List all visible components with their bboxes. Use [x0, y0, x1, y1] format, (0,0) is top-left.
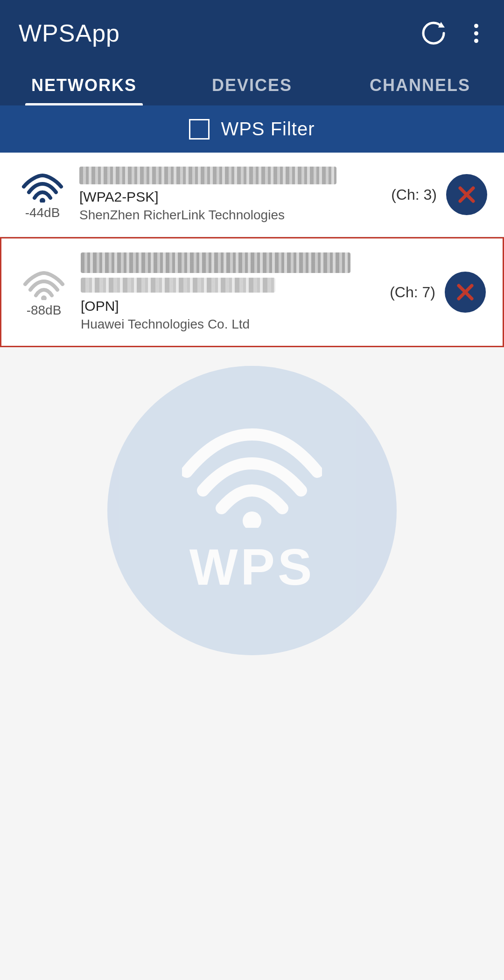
wps-watermark: WPS	[0, 347, 504, 674]
more-icon	[474, 24, 478, 43]
wps-filter-checkbox[interactable]	[189, 119, 210, 140]
bottom-area	[0, 674, 504, 954]
close-button-1[interactable]	[446, 174, 487, 215]
wps-filter-label: WPS Filter	[221, 119, 315, 140]
wps-watermark-circle: WPS	[107, 366, 397, 655]
wifi-signal-icon-weak	[23, 266, 65, 300]
close-button-2[interactable]	[445, 272, 486, 313]
network-info-1: [WPA2-PSK] ShenZhen RicherLink Technolog…	[68, 167, 391, 223]
app-header: WPSApp	[0, 0, 504, 63]
network-vendor-1: ShenZhen RicherLink Technologies	[79, 208, 382, 223]
wps-watermark-wifi-icon	[182, 425, 322, 528]
tab-channels[interactable]: CHANNELS	[336, 63, 504, 105]
network-ssid-blurred-2b	[81, 278, 275, 293]
refresh-button[interactable]	[417, 17, 450, 49]
signal-db-2: -88dB	[27, 303, 62, 318]
svg-point-1	[40, 198, 45, 203]
network-channel-1: (Ch: 3)	[391, 186, 437, 203]
tab-devices[interactable]: DEVICES	[168, 63, 336, 105]
app-title: WPSApp	[19, 19, 120, 47]
network-type-1: [WPA2-PSK]	[79, 189, 382, 205]
network-info-2: [OPN] Huawei Technologies Co. Ltd	[70, 252, 390, 332]
wps-watermark-text: WPS	[189, 537, 315, 596]
wps-filter-bar: WPS Filter	[0, 105, 504, 153]
network-item[interactable]: -44dB [WPA2-PSK] ShenZhen RicherLink Tec…	[0, 153, 504, 237]
network-vendor-2: Huawei Technologies Co. Ltd	[81, 317, 380, 332]
header-actions	[417, 17, 485, 49]
more-button[interactable]	[467, 19, 485, 47]
tab-networks[interactable]: NETWORKS	[0, 63, 168, 105]
signal-db-1: -44dB	[25, 205, 60, 220]
network-ssid-blurred-1	[79, 167, 336, 184]
network-type-2: [OPN]	[81, 298, 380, 314]
network-item-selected[interactable]: -88dB [OPN] Huawei Technologies Co. Ltd …	[0, 237, 504, 347]
network-list: -44dB [WPA2-PSK] ShenZhen RicherLink Tec…	[0, 153, 504, 347]
refresh-icon	[419, 18, 448, 48]
tabs-bar: NETWORKS DEVICES CHANNELS	[0, 63, 504, 105]
network-ssid-blurred-2a	[81, 252, 350, 273]
close-icon-2	[455, 282, 476, 302]
wifi-signal-strong: -44dB	[17, 169, 68, 220]
close-icon-1	[456, 184, 477, 205]
svg-point-4	[41, 295, 47, 300]
network-channel-2: (Ch: 7)	[390, 284, 435, 301]
svg-point-7	[243, 511, 261, 528]
wifi-signal-icon	[21, 169, 63, 203]
wifi-signal-weak: -88dB	[18, 266, 70, 318]
